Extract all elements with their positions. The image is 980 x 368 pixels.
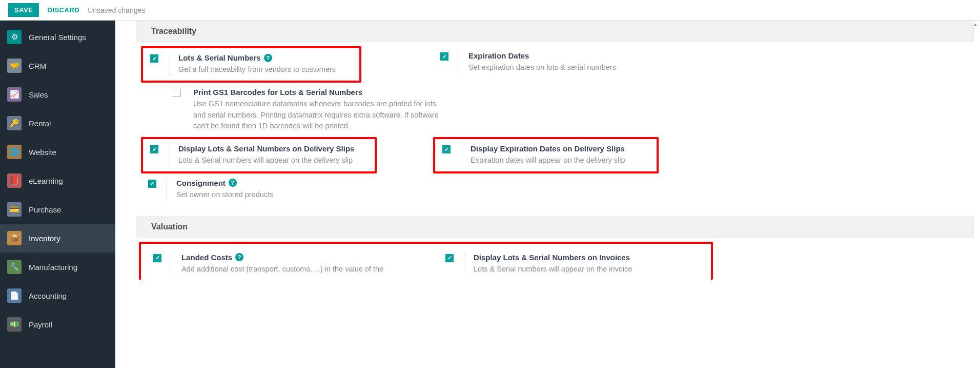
sidebar-item-website[interactable]: 🌐Website [0, 138, 115, 166]
discard-button[interactable]: DISCARD [47, 6, 79, 14]
gear-icon: ⚙ [7, 30, 22, 44]
setting-display-lots-slips: Display Lots & Serial Numbers on Deliver… [141, 137, 377, 173]
sidebar-item-general-settings[interactable]: ⚙General Settings [0, 23, 115, 51]
checkbox-display-exp-slips[interactable] [442, 145, 451, 153]
help-icon[interactable]: ? [229, 179, 237, 187]
globe-icon: 🌐 [7, 145, 22, 159]
sidebar-item-label: CRM [29, 62, 46, 70]
sidebar-item-accounting[interactable]: 📄Accounting [0, 281, 115, 310]
setting-title: Print GS1 Barcodes for Lots & Serial Num… [193, 88, 362, 96]
setting-title: Expiration Dates [468, 51, 529, 60]
scroll-up-icon[interactable]: ▲ [973, 22, 978, 27]
setting-title: Display Lots & Serial Numbers on Invoice… [474, 253, 630, 262]
help-icon[interactable]: ? [235, 253, 243, 261]
checkbox-display-lots-invoices[interactable] [445, 254, 454, 262]
save-button[interactable]: SAVE [8, 3, 39, 17]
setting-desc: Use GS1 nomenclature datamatrix whenever… [193, 99, 446, 132]
section-header-valuation: Valuation [136, 216, 974, 238]
sidebar-item-inventory[interactable]: 📦Inventory [0, 224, 115, 253]
checkbox-gs1-barcodes[interactable] [173, 89, 181, 97]
sidebar-item-label: Rental [29, 119, 51, 128]
setting-desc: Set owner on stored products [176, 189, 427, 201]
help-icon[interactable]: ? [264, 54, 272, 62]
setting-desc: Add additional cost (transport, customs,… [181, 264, 417, 275]
card-icon: 💳 [7, 202, 22, 217]
sidebar-item-label: eLearning [29, 177, 63, 185]
handshake-icon: 🤝 [7, 59, 22, 73]
setting-consignment: Consignment ? Set owner on stored produc… [141, 173, 433, 206]
sidebar-item-purchase[interactable]: 💳Purchase [0, 195, 115, 224]
setting-title: Landed Costs [181, 253, 232, 262]
setting-title: Lots & Serial Numbers [178, 53, 261, 62]
topbar: SAVE DISCARD Unsaved changes [0, 0, 980, 21]
unsaved-changes-label: Unsaved changes [88, 6, 145, 14]
sidebar-item-label: Sales [29, 90, 48, 99]
sidebar-item-label: Website [29, 148, 56, 157]
setting-desc: Set expiration dates on lots & serial nu… [468, 62, 719, 73]
key-icon: 🔑 [7, 116, 22, 130]
main-panel: Traceability Lots & Serial Numbers ? Get… [115, 21, 980, 368]
sidebar-item-crm[interactable]: 🤝CRM [0, 51, 115, 80]
setting-display-exp-slips: Display Expiration Dates on Delivery Sli… [433, 137, 659, 173]
setting-title: Display Expiration Dates on Delivery Sli… [471, 144, 625, 153]
setting-desc: Lots & Serial numbers will appear on the… [178, 155, 369, 166]
setting-title: Display Lots & Serial Numbers on Deliver… [178, 144, 354, 153]
setting-desc: Get a full traceability from vendors to … [178, 64, 353, 75]
sidebar-item-elearning[interactable]: 📕eLearning [0, 166, 115, 195]
checkbox-lots-serial[interactable] [150, 54, 158, 63]
sidebar-item-label: Purchase [29, 205, 61, 214]
settings-sidebar: ⚙General Settings🤝CRM📈Sales🔑Rental🌐Websi… [0, 21, 115, 368]
chart-icon: 📈 [7, 87, 22, 102]
money-icon: 💵 [7, 317, 22, 332]
checkbox-consignment[interactable] [148, 180, 156, 188]
box-icon: 📦 [7, 231, 22, 245]
setting-desc: Lots & Serial numbers will appear on the… [474, 264, 688, 275]
sidebar-item-rental[interactable]: 🔑Rental [0, 109, 115, 138]
sidebar-item-manufacturing[interactable]: 🔧Manufacturing [0, 253, 115, 281]
checkbox-expiration-dates[interactable] [440, 52, 448, 61]
section-header-traceability: Traceability [136, 21, 974, 42]
setting-title: Consignment [176, 179, 226, 187]
doc-icon: 📄 [7, 288, 22, 303]
book-icon: 📕 [7, 173, 22, 188]
sidebar-item-label: Inventory [29, 234, 60, 243]
setting-gs1-barcodes: Print GS1 Barcodes for Lots & Serial Num… [166, 83, 453, 137]
setting-desc: Expiration dates will appear on the deli… [471, 155, 650, 166]
checkbox-display-lots-slips[interactable] [150, 145, 158, 153]
sidebar-item-label: Manufacturing [29, 263, 77, 272]
setting-landed-costs: Landed Costs ? Add additional cost (tran… [146, 248, 423, 280]
sidebar-item-payroll[interactable]: 💵Payroll [0, 310, 115, 339]
setting-expiration-dates: Expiration Dates Set expiration dates on… [433, 46, 725, 83]
wrench-icon: 🔧 [7, 260, 22, 274]
sidebar-item-label: General Settings [29, 33, 86, 42]
sidebar-item-label: Accounting [29, 292, 67, 300]
setting-lots-serial: Lots & Serial Numbers ? Get a full trace… [141, 46, 361, 83]
checkbox-landed-costs[interactable] [153, 254, 161, 262]
sidebar-item-sales[interactable]: 📈Sales [0, 80, 115, 109]
setting-display-lots-invoices: Display Lots & Serial Numbers on Invoice… [438, 248, 695, 280]
sidebar-item-label: Payroll [29, 320, 52, 329]
